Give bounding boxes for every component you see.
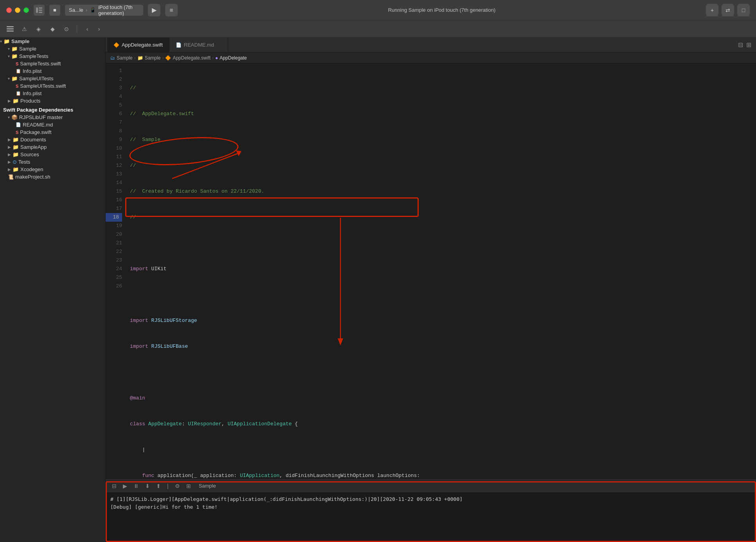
play-btn[interactable]: ▶	[121, 482, 129, 490]
folder-icon-products: 📁	[13, 98, 19, 104]
sidebar-item-rjpslib[interactable]: ▾ 📦 RJPSLibUF master	[0, 114, 105, 121]
stop-button[interactable]: ■	[49, 5, 60, 16]
layout-btn[interactable]: ⊞	[185, 482, 193, 490]
code-line-8: import UIKit	[130, 265, 756, 273]
step-into-btn[interactable]: ⬆	[155, 482, 162, 490]
sidebar-item-xcodegen[interactable]: ▶ 📁 Xcodegen	[0, 166, 105, 173]
run-button[interactable]: ▶	[148, 4, 160, 16]
sidebar-item-sample[interactable]: ▾ 📁 Sample	[0, 45, 105, 52]
bottom-toolbar: ⊟ ▶ ⏸ ⬇ ⬆ | ⚙ ⊞ Sample	[106, 480, 756, 492]
code-content[interactable]: // // AppDelegate.swift // Sample // // …	[125, 63, 756, 479]
forward-btn[interactable]: ›	[94, 23, 104, 34]
tab-readme[interactable]: 📄 README.md	[169, 38, 228, 52]
panel-toggle-button[interactable]: □	[737, 4, 750, 16]
line-num-2: 2	[106, 75, 122, 84]
scheme-label: Sa...le	[69, 7, 83, 13]
sidebar-item-products[interactable]: ▶ 📁 Products	[0, 97, 105, 105]
breadcrumb-sample1[interactable]: Sample	[117, 55, 133, 61]
sidebar-item-tests[interactable]: ▶ ⊙ Tests	[0, 158, 105, 166]
sidebar-item-sampleapp[interactable]: ▶ 📁 SampleApp	[0, 143, 105, 151]
sidebar-item-makeproject[interactable]: 📜 makeProject.sh	[0, 173, 105, 181]
sidebar-item-sampleuitests-swift[interactable]: S SampleUITests.swift	[0, 82, 105, 90]
sidebar-item-sampleuitests[interactable]: ▾ 📁 SampleUITests	[0, 75, 105, 82]
minimize-button[interactable]	[15, 7, 20, 13]
line-num-8: 8	[106, 127, 122, 136]
folder-icon-sampleapp: 📁	[13, 144, 19, 150]
svg-rect-6	[7, 31, 14, 32]
warning-btn[interactable]: ⚠	[19, 23, 30, 34]
sidebar: ▾ 📁 Sample ▾ 📁 Sample ▾ 📁 SampleTests S …	[0, 38, 106, 542]
line-num-26: 26	[106, 282, 122, 291]
line-num-15: 15	[106, 187, 122, 196]
swift-icon: S	[16, 61, 18, 66]
editor-container: 🔶 AppDelegate.swift 📄 README.md ⊟ ⊞ 🗂 Sa…	[106, 38, 756, 542]
sidebar-item-readme[interactable]: 📄 README.md	[0, 121, 105, 128]
breadcrumb-sample2[interactable]: Sample	[145, 55, 161, 61]
split-view-button[interactable]: ⇄	[722, 4, 734, 16]
breakpoint-btn[interactable]: ◆	[47, 23, 58, 34]
sidebar-item-sources[interactable]: ▶ 📁 Sources	[0, 151, 105, 158]
titlebar: ■ Sa...le › 📱 iPod touch (7th generation…	[0, 0, 756, 20]
split-editor-btn[interactable]: ⊟	[738, 41, 743, 49]
code-area[interactable]: 1 2 3 4 5 6 7 8 9 10 11 12 13 14	[106, 63, 756, 479]
folder-icon: 📁	[4, 38, 10, 44]
line-num-10: 10	[106, 144, 122, 153]
code-line-6: //	[130, 213, 756, 222]
line-num-19: 19	[106, 222, 122, 230]
toolbar: ⚠ ◈ ◆ ⊙ ‹ ›	[0, 20, 756, 38]
maximize-button[interactable]	[23, 7, 29, 13]
tab-appdelegate[interactable]: 🔶 AppDelegate.swift	[107, 38, 169, 52]
step-over-btn[interactable]: ⬇	[144, 482, 151, 490]
sidebar-item-sampletests-swift[interactable]: S SampleTests.swift	[0, 60, 105, 67]
code-line-2: // AppDelegate.swift	[130, 110, 756, 118]
navigator-toggle-btn[interactable]	[5, 23, 16, 34]
code-line-5: // Created by Ricardo Santos on 22/11/20…	[130, 187, 756, 196]
scheme-selector[interactable]: Sa...le › 📱 iPod touch (7th generation)	[65, 5, 143, 16]
swift-icon-2: S	[16, 84, 18, 89]
code-line-13: @main	[130, 394, 756, 403]
breadcrumb-appdelegate-class[interactable]: AppDelegate	[220, 55, 247, 61]
svg-rect-2	[39, 9, 42, 11]
code-line-16: func application(_ application: UIApplic…	[130, 472, 756, 479]
sidebar-item-package-swift[interactable]: S Package.swift	[0, 128, 105, 136]
console-toggle-btn[interactable]: ⊟	[110, 482, 118, 490]
code-line-12	[130, 368, 756, 377]
sidebar-item-documents[interactable]: ▶ 📁 Documents	[0, 136, 105, 143]
plist-icon-2: 📋	[16, 91, 21, 96]
sidebar-toggle-button[interactable]	[34, 5, 45, 16]
sidebar-root[interactable]: ▾ 📁 Sample	[0, 38, 105, 45]
svg-rect-3	[39, 12, 42, 13]
tabbar: 🔶 AppDelegate.swift 📄 README.md ⊟ ⊞	[106, 38, 756, 52]
add-tab-button[interactable]: +	[706, 4, 718, 16]
back-btn[interactable]: ‹	[82, 23, 93, 34]
more-btn[interactable]: ⚙	[173, 482, 182, 490]
line-num-25: 25	[106, 273, 122, 282]
console-output: # [1][RJSLib.Logger][AppDelegate.swift|a…	[106, 492, 756, 542]
svg-rect-5	[7, 28, 14, 29]
editor[interactable]: 1 2 3 4 5 6 7 8 9 10 11 12 13 14	[106, 63, 756, 542]
code-line-1: //	[130, 84, 756, 92]
line-num-22: 22	[106, 248, 122, 256]
code-line-14: class AppDelegate: UIResponder, UIApplic…	[130, 420, 756, 428]
line-num-9: 9	[106, 136, 122, 144]
stop-run-button[interactable]: ■	[165, 4, 178, 16]
content-area: ▾ 📁 Sample ▾ 📁 Sample ▾ 📁 SampleTests S …	[0, 38, 756, 542]
line-num-11: 11	[106, 153, 122, 161]
line-num-3: 3	[106, 84, 122, 92]
plist-icon: 📋	[16, 69, 21, 74]
code-line-10: import RJSLibUFStorage	[130, 316, 756, 325]
code-line-15: |	[130, 446, 756, 454]
capture-btn[interactable]: ⊙	[61, 23, 72, 34]
add-editor-btn[interactable]: ⊞	[746, 41, 751, 49]
line-num-17: 17	[106, 204, 122, 213]
pause-btn[interactable]: ⏸	[132, 482, 140, 490]
folder-icon-tests: ⊙	[13, 159, 17, 165]
breadcrumb-appdelegate-swift[interactable]: AppDelegate.swift	[173, 55, 211, 61]
sidebar-item-sampletests[interactable]: ▾ 📁 SampleTests	[0, 52, 105, 60]
sidebar-item-sampleuitests-plist[interactable]: 📋 Info.plist	[0, 90, 105, 97]
memory-btn[interactable]: ◈	[33, 23, 44, 34]
console-line-2: [Debug] [generic]Hi for the 1 time!	[110, 503, 751, 511]
close-button[interactable]	[6, 7, 12, 13]
sidebar-item-sampletests-plist[interactable]: 📋 Info.plist	[0, 67, 105, 75]
line-numbers: 1 2 3 4 5 6 7 8 9 10 11 12 13 14	[106, 63, 125, 479]
